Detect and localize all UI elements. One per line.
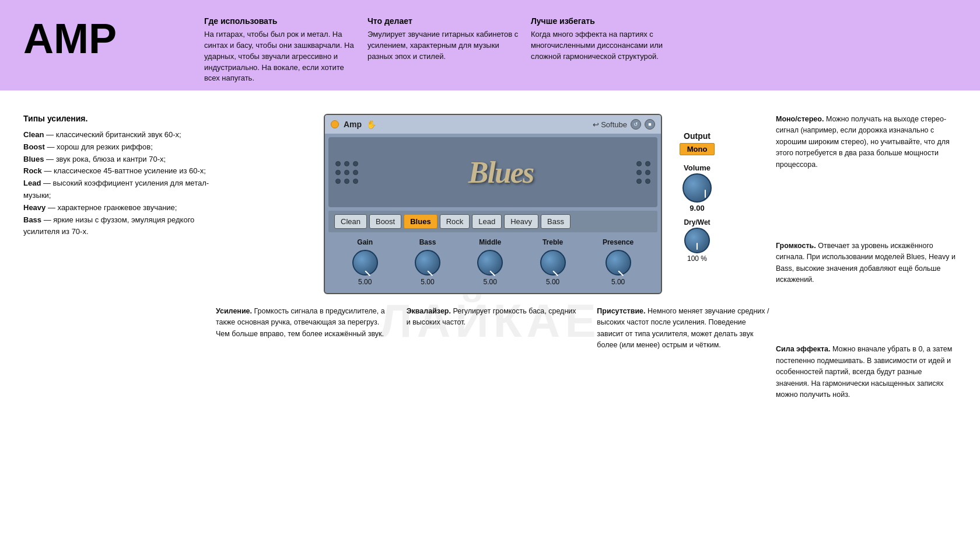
grill-dot	[645, 161, 650, 166]
volume-value: 9.00	[690, 204, 704, 212]
bottom-note-0-bold: Усиление.	[216, 307, 252, 315]
left-panel: Типы усиления. Clean — классический брит…	[23, 108, 210, 533]
amp-titlebar-right: ↩ Softube ↺ ■	[593, 119, 655, 130]
grill-row-3	[335, 179, 358, 184]
clean-desc: — классический британский звук 60-х;	[44, 130, 181, 139]
grill-dot	[636, 170, 642, 175]
lead-desc: — высокий коэффициент усиления для метал…	[23, 179, 209, 200]
knob-middle-label: Middle	[479, 238, 501, 246]
left-panel-items: Clean — классический британский звук 60-…	[23, 129, 210, 238]
channel-btn-blues[interactable]: Blues	[404, 214, 437, 229]
volume-knob[interactable]	[682, 173, 712, 203]
blues-label: Blues	[23, 155, 44, 163]
header: AMP Где использовать На гитарах, чтобы б…	[0, 0, 980, 90]
amp-titlebar-left: Amp ✋	[331, 120, 376, 129]
knob-gain[interactable]	[352, 250, 378, 276]
page-title: AMP	[23, 18, 158, 60]
knob-group-presence: Presence 5.00	[603, 238, 634, 286]
grill-dot	[636, 161, 642, 166]
channel-btn-bass[interactable]: Bass	[541, 214, 570, 229]
right-note-1: Громкость. Отвечает за уровень искажённо…	[776, 240, 957, 286]
channel-btn-lead[interactable]: Lead	[472, 214, 502, 229]
grill-row-r1	[636, 161, 650, 166]
knob-bass-label: Bass	[419, 238, 436, 246]
channel-btn-heavy[interactable]: Heavy	[504, 214, 538, 229]
header-col-0: Где использовать На гитарах, чтобы был р…	[204, 16, 356, 84]
bass-label: Bass	[23, 215, 41, 224]
drywet-value: 100 %	[687, 254, 707, 263]
grill-row-r3	[636, 179, 650, 184]
center-col: Amp ✋ ↩ Softube ↺ ■	[210, 108, 776, 533]
boost-label: Boost	[23, 142, 45, 151]
output-mode[interactable]: Mono	[680, 143, 715, 155]
grill-dot	[353, 179, 358, 184]
grill-dot	[335, 170, 341, 175]
amp-output-panel: Output Mono Volume 9.00 Dry/Wet 100 %	[668, 131, 726, 263]
volume-label: Volume	[684, 163, 710, 172]
amp-power-dot[interactable]	[331, 120, 339, 128]
header-columns: Где использовать На гитарах, чтобы был р…	[204, 16, 694, 84]
right-note-0: Моно/стерео. Можно получать на выходе ст…	[776, 114, 957, 170]
knob-gain-value: 5.00	[358, 278, 372, 286]
rock-label: Rock	[23, 166, 42, 175]
softube-label: ↩ Softube	[593, 120, 627, 129]
channel-btn-rock[interactable]: Rock	[440, 214, 470, 229]
amp-grill-dots-right	[636, 161, 650, 184]
amp-grill: Blues	[328, 137, 657, 207]
knob-middle[interactable]	[477, 250, 503, 276]
main-area: ЛАЙКАЕ Типы усиления. Clean — классическ…	[0, 90, 980, 551]
header-col-1-text: Эмулирует звучание гитарных кабинетов с …	[368, 29, 519, 62]
amp-titlebar: Amp ✋ ↩ Softube ↺ ■	[325, 115, 661, 134]
lead-label: Lead	[23, 179, 41, 187]
settings-icon-btn[interactable]: ↺	[631, 119, 641, 130]
knob-treble[interactable]	[540, 250, 566, 276]
right-panel: Моно/стерео. Можно получать на выходе ст…	[776, 108, 957, 533]
bottom-note-2: Присутствие. Немного меняет звучание сре…	[597, 306, 770, 351]
grill-dot	[344, 161, 349, 166]
drywet-label: Dry/Wet	[684, 218, 710, 226]
drywet-knob[interactable]	[684, 228, 710, 253]
knob-treble-value: 5.00	[546, 278, 559, 286]
amp-channels: Clean Boost Blues Rock Lead Heavy Bass	[328, 211, 657, 232]
grill-dot	[335, 179, 341, 184]
knob-group-middle: Middle 5.00	[477, 238, 503, 286]
knob-bass-value: 5.00	[421, 278, 434, 286]
grill-dot	[344, 179, 349, 184]
knob-bass[interactable]	[415, 250, 440, 276]
output-label: Output	[684, 131, 710, 141]
grill-dot	[353, 170, 358, 175]
grill-row-1	[335, 161, 358, 166]
grill-dot	[344, 170, 349, 175]
knob-presence[interactable]	[606, 250, 631, 276]
hand-icon: ✋	[366, 120, 376, 129]
amp-knobs: Gain 5.00 Bass 5.00 Middle 5.00	[325, 232, 661, 293]
bottom-notes: Усиление. Громкость сигнала в предусилит…	[210, 306, 776, 351]
knob-group-bass: Bass 5.00	[415, 238, 440, 286]
save-icon-btn[interactable]: ■	[645, 119, 655, 130]
channel-btn-clean[interactable]: Clean	[334, 214, 367, 229]
grill-row-r2	[636, 170, 650, 175]
amp-wrapper: Amp ✋ ↩ Softube ↺ ■	[324, 108, 662, 294]
channel-btn-boost[interactable]: Boost	[369, 214, 401, 229]
grill-row-2	[335, 170, 358, 175]
clean-label: Clean	[23, 130, 44, 139]
header-col-2: Лучше избегать Когда много эффекта на па…	[531, 16, 682, 84]
rock-desc: — классическое 45-ваттное усиление из 60…	[42, 166, 206, 175]
grill-dot	[353, 161, 358, 166]
amp-brand-text: Blues	[468, 155, 533, 190]
header-col-0-label: Где использовать	[204, 16, 356, 26]
knob-presence-label: Presence	[603, 238, 634, 246]
right-note-0-bold: Моно/стерео.	[776, 115, 824, 123]
amp-brand: Blues	[365, 155, 636, 190]
knob-presence-value: 5.00	[611, 278, 625, 286]
bottom-note-1: Эквалайзер. Регулирует громкость баса, с…	[407, 306, 580, 351]
bottom-note-2-bold: Присутствие.	[597, 307, 645, 315]
heavy-label: Heavy	[23, 203, 46, 212]
amp-plugin: Amp ✋ ↩ Softube ↺ ■	[324, 114, 662, 294]
heavy-desc: — характерное гранжевое звучание;	[46, 203, 177, 212]
amp-grill-dots-left	[335, 161, 358, 184]
knob-gain-label: Gain	[357, 238, 373, 246]
knob-middle-value: 5.00	[484, 278, 497, 286]
knob-group-gain: Gain 5.00	[352, 238, 378, 286]
blues-desc: — звук рока, блюза и кантри 70-х;	[44, 155, 166, 163]
